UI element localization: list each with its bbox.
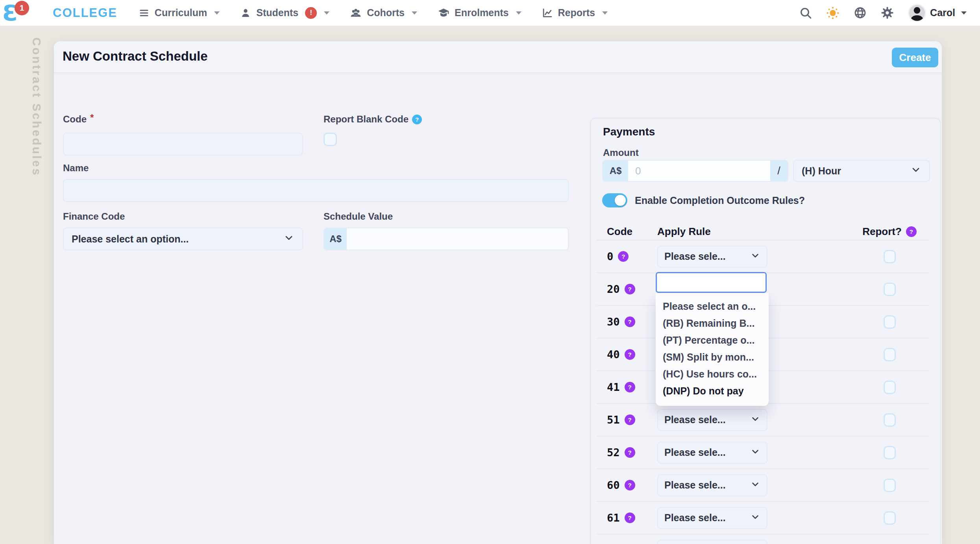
apply-rule-select[interactable]: Please sele... [657, 246, 767, 268]
nav-item-label: Reports [558, 7, 595, 19]
completion-rules-toggle[interactable] [602, 193, 627, 207]
toggle-knob [615, 195, 626, 206]
outcome-code-value: 20 [607, 283, 620, 295]
chevron-down-icon [750, 512, 760, 524]
name-input[interactable] [63, 179, 569, 202]
report-cell [858, 511, 921, 525]
help-icon[interactable]: ? [625, 447, 635, 458]
outcome-code: 40 ? [607, 348, 657, 361]
report-cell [858, 315, 921, 329]
nav-right-tools: Carol [799, 4, 967, 22]
apply-rule-select[interactable]: Please sele... [657, 442, 767, 464]
help-icon[interactable]: ? [625, 382, 635, 392]
report-checkbox[interactable] [884, 446, 896, 459]
create-button[interactable]: Create [892, 48, 938, 67]
payments-panel: Payments Amount A$ / (H) Hour Enable Com… [590, 118, 941, 544]
logo-notification-badge: 1 [15, 1, 29, 15]
report-checkbox[interactable] [884, 283, 896, 296]
rule-search-input[interactable] [656, 272, 767, 293]
help-icon[interactable]: ? [625, 480, 635, 490]
nav-item-enrolments[interactable]: Enrolments [438, 7, 521, 19]
card-header: New Contract Schedule Create [54, 41, 942, 73]
report-blank-code-checkbox[interactable] [324, 133, 337, 146]
dropdown-option[interactable]: Please select an o... [656, 298, 769, 315]
column-header-code: Code [607, 226, 657, 238]
nav-item-label: Cohorts [367, 7, 405, 19]
apply-rule-cell: Please sele... [657, 442, 767, 464]
help-icon[interactable]: ? [625, 414, 635, 425]
theme-sun-icon[interactable] [826, 6, 839, 20]
code-input[interactable] [63, 133, 303, 155]
apply-rule-select[interactable]: Please sele... [657, 540, 767, 544]
report-checkbox[interactable] [884, 250, 896, 263]
apply-rule-select[interactable]: Please sele... [657, 409, 767, 431]
apply-rule-select[interactable]: Please sele... [657, 474, 767, 496]
payments-title: Payments [603, 126, 655, 138]
chevron-down-icon [750, 446, 760, 459]
outcome-code-value: 61 [607, 512, 620, 524]
nav-item-curriculum[interactable]: Curriculum [139, 7, 220, 19]
user-menu[interactable]: Carol [908, 4, 967, 22]
dropdown-option[interactable]: (DNP) Do not pay [656, 383, 769, 400]
rule-options-list: Please select an o...(RB) Remaining B...… [656, 293, 769, 406]
chevron-down-icon [750, 250, 760, 263]
nav-item-cohorts[interactable]: Cohorts [350, 7, 417, 19]
help-icon[interactable]: ? [625, 513, 635, 523]
outcome-code: 0 ? [607, 250, 657, 263]
gear-icon[interactable] [881, 6, 894, 19]
outcome-code-value: 0 [607, 250, 613, 263]
completion-rules-toggle-label: Enable Completion Outcome Rules? [635, 195, 805, 206]
app-logo[interactable]: Ɛ 1 [0, 0, 36, 26]
help-icon[interactable]: ? [625, 316, 635, 327]
help-icon[interactable]: ? [625, 349, 635, 360]
apply-rule-select[interactable]: Please sele... [657, 507, 767, 529]
dropdown-option[interactable]: (PT) Percentage o... [656, 332, 769, 349]
card-body: Code* Report Blank Code ? Name Finance C… [54, 73, 942, 544]
globe-icon[interactable] [854, 6, 867, 19]
apply-rule-placeholder: Please sele... [664, 251, 726, 262]
nav-item-label: Curriculum [155, 7, 207, 19]
report-checkbox[interactable] [884, 413, 896, 427]
schedule-value-input[interactable] [347, 228, 568, 250]
report-cell [858, 446, 921, 459]
brand-name[interactable]: COLLEGE [53, 6, 117, 20]
amount-input[interactable] [628, 161, 770, 181]
report-checkbox[interactable] [884, 348, 896, 361]
finance-code-select[interactable]: Please select an option... [63, 228, 303, 250]
nav-item-reports[interactable]: Reports [542, 7, 608, 19]
report-cell [858, 479, 921, 492]
page-title: New Contract Schedule [63, 49, 208, 64]
report-cell [858, 413, 921, 427]
search-icon[interactable] [799, 7, 812, 19]
report-checkbox[interactable] [884, 511, 896, 525]
dropdown-option[interactable]: (HC) Use hours co... [656, 366, 769, 383]
table-row: 20 ? Please sele... [596, 273, 929, 306]
table-row: 51 ? Please sele... [596, 404, 929, 437]
table-row: 65 ? Please sele... [596, 535, 929, 544]
help-icon[interactable]: ? [625, 284, 635, 294]
dropdown-option[interactable]: (RB) Remaining B... [656, 315, 769, 332]
help-icon[interactable]: ? [412, 115, 422, 124]
nav-item-label: Enrolments [455, 7, 509, 19]
outcome-code-value: 52 [607, 446, 620, 459]
currency-prefix: A$ [324, 228, 347, 250]
report-checkbox[interactable] [884, 381, 896, 394]
top-navigation: Ɛ 1 COLLEGE Curriculum Students ! [0, 0, 980, 26]
chevron-down-icon [516, 11, 521, 15]
table-row: 0 ? Please sele... [596, 241, 929, 273]
help-icon[interactable]: ? [906, 226, 917, 237]
rules-table-body: 0 ? Please sele... [596, 241, 929, 544]
apply-rule-cell: Please sele... [657, 409, 767, 431]
report-checkbox[interactable] [884, 315, 896, 329]
chevron-down-icon [910, 164, 921, 178]
help-icon[interactable]: ? [618, 251, 629, 262]
amount-label: Amount [603, 147, 639, 158]
dropdown-option[interactable]: (SM) Split by mon... [656, 349, 769, 366]
amount-unit-select[interactable]: (H) Hour [793, 160, 930, 182]
apply-rule-cell: Please sele... [657, 474, 767, 496]
outcome-code-value: 51 [607, 414, 620, 426]
report-checkbox[interactable] [884, 479, 896, 492]
per-separator: / [770, 161, 788, 181]
outcome-code-value: 30 [607, 316, 620, 328]
nav-item-students[interactable]: Students ! [240, 7, 329, 19]
